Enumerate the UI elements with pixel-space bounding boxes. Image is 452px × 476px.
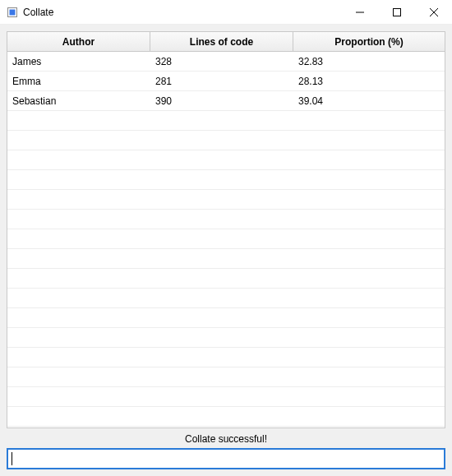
cell-proportion: 32.83	[293, 52, 445, 71]
table-row-empty	[7, 131, 445, 150]
table-row-empty	[7, 249, 445, 269]
column-header-proportion[interactable]: Proportion (%)	[293, 32, 445, 51]
table-body: James32832.83Emma28128.13Sebastian39039.…	[7, 52, 445, 427]
close-button[interactable]	[415, 0, 452, 24]
table-header-row: Author Lines of code Proportion (%)	[7, 32, 445, 52]
cell-author: Sebastian	[7, 91, 150, 110]
table-row[interactable]: Sebastian39039.04	[7, 91, 445, 111]
cell-author: Emma	[7, 72, 150, 90]
table-row-empty	[7, 150, 445, 170]
status-message: Collate successful!	[7, 432, 445, 445]
maximize-icon	[393, 8, 401, 16]
app-icon	[7, 7, 18, 18]
command-input-wrapper[interactable]	[7, 448, 445, 469]
table-row-empty	[7, 190, 445, 210]
table-row-empty	[7, 210, 445, 229]
application-window: Collate Author Lines of code Proportion …	[0, 0, 452, 476]
table-row[interactable]: Emma28128.13	[7, 72, 445, 91]
window-controls	[341, 0, 452, 24]
minimize-button[interactable]	[341, 0, 378, 24]
minimize-icon	[356, 8, 364, 16]
cell-author: James	[7, 52, 150, 71]
table-row-empty	[7, 387, 445, 407]
cell-lines: 281	[150, 72, 293, 90]
table-row[interactable]: James32832.83	[7, 52, 445, 72]
table-row-empty	[7, 229, 445, 249]
results-table: Author Lines of code Proportion (%) Jame…	[7, 31, 445, 428]
window-title: Collate	[23, 7, 53, 18]
command-input[interactable]	[12, 453, 440, 465]
titlebar[interactable]: Collate	[0, 0, 452, 25]
maximize-button[interactable]	[378, 0, 415, 24]
cell-proportion: 39.04	[293, 91, 445, 110]
column-header-author[interactable]: Author	[7, 32, 150, 51]
table-row-empty	[7, 308, 445, 328]
table-row-empty	[7, 289, 445, 308]
close-icon	[430, 8, 438, 16]
table-row-empty	[7, 348, 445, 367]
column-header-lines[interactable]: Lines of code	[150, 32, 293, 51]
table-row-empty	[7, 111, 445, 131]
table-row-empty	[7, 367, 445, 387]
cell-lines: 390	[150, 91, 293, 110]
svg-rect-3	[393, 8, 400, 16]
table-row-empty	[7, 269, 445, 289]
svg-rect-1	[10, 9, 16, 15]
table-row-empty	[7, 170, 445, 190]
cell-proportion: 28.13	[293, 72, 445, 90]
cell-lines: 328	[150, 52, 293, 71]
table-row-empty	[7, 407, 445, 427]
table-row-empty	[7, 328, 445, 348]
client-area: Author Lines of code Proportion (%) Jame…	[0, 25, 452, 476]
